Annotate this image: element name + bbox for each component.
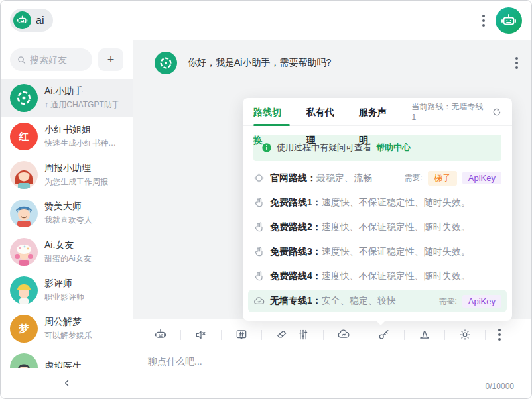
settings-sliders-icon[interactable] [296, 325, 310, 344]
route-free-3[interactable]: 免费路线3： 速度快、不保证稳定性、随时失效。 [248, 239, 507, 264]
refresh-icon[interactable] [492, 107, 501, 117]
aim-icon [253, 172, 265, 184]
hand-icon [253, 246, 265, 257]
route-free-2[interactable]: 免费路线2： 速度快、不保证稳定性、随时失效。 [248, 215, 507, 239]
route-official[interactable]: 官网路线： 最稳定、流畅 需要: 梯子 ApiKey [248, 166, 507, 190]
contact-name: 小红书姐姐 [44, 124, 123, 136]
woman-redhair-avatar [10, 161, 38, 189]
hand-icon [253, 197, 265, 208]
need-label: 需要: [438, 296, 456, 307]
openai-avatar-icon [10, 84, 38, 112]
person-yellowhat-avatar [10, 276, 38, 304]
contact-name: 影评师 [44, 278, 84, 290]
sidebar-item-praise-master[interactable]: 赞美大师 我就喜欢夸人 [1, 194, 133, 233]
magic-hat-icon[interactable] [417, 325, 432, 344]
route-label: 免费路线3： [270, 246, 322, 258]
contact-name: 赞美大师 [44, 201, 92, 213]
message-menu-button[interactable] [513, 54, 521, 72]
sidebar-item-ai-assistant[interactable]: Ai.小助手 ↑ 通用CHATGPT助手 [1, 79, 133, 117]
app-logo: ai [10, 9, 53, 32]
robot-logo-icon [13, 11, 31, 29]
help-banner: 使用过程中有疑问可查看 帮助中心 [253, 135, 501, 161]
add-friend-button[interactable]: + [98, 48, 123, 71]
route-label: 免费路线1： [270, 197, 322, 209]
char-counter: 0/10000 [486, 382, 514, 391]
popup-tabbar: 路线切换 私有代理 服务声明 当前路线：无墙专线1 [243, 98, 512, 126]
composer-toolbar [133, 319, 531, 350]
cloud-sync-icon [253, 296, 265, 307]
route-desc: 速度快、不保证稳定性、随时失效。 [322, 246, 470, 258]
sidebar-collapse-button[interactable] [1, 368, 133, 398]
route-desc: 安全、稳定、较快 [322, 295, 396, 307]
green-person-avatar [10, 353, 38, 368]
sidebar-item-weekly-report[interactable]: 周报小助理 为您生成工作周报 [1, 156, 133, 194]
contact-desc: 可以解梦娱乐 [44, 330, 92, 341]
route-desc: 速度快、不保证稳定性、随时失效。 [322, 221, 470, 233]
route-list: 官网路线： 最稳定、流畅 需要: 梯子 ApiKey 免费路线1： 速度快、不保… [243, 161, 512, 312]
search-input[interactable] [30, 54, 86, 65]
route-label: 免费路线4： [270, 270, 322, 282]
tab-service-statement[interactable]: 服务声明 [359, 98, 395, 126]
sidebar-item-virtual-doctor[interactable]: 虚拟医生 [1, 348, 133, 368]
assistant-robot-icon[interactable] [496, 7, 522, 34]
route-cloud-icon[interactable] [336, 325, 351, 344]
sidebar-item-ai-girlfriend[interactable]: Ai.女友 甜蜜的Ai女友 [1, 233, 133, 271]
assistant-message-row: 你好，我是Ai小助手，需要帮助吗? [133, 40, 531, 86]
toolbar-more-button[interactable] [498, 326, 513, 343]
eraser-icon[interactable] [275, 325, 289, 344]
route-free-1[interactable]: 免费路线1： 速度快、不保证稳定性、随时失效。 [248, 190, 507, 215]
chat-pane: 你好，我是Ai小助手，需要帮助吗? 路线切换 私有代理 服务声明 当前路线：无墙… [133, 40, 531, 398]
route-desc: 最稳定、流畅 [316, 172, 372, 184]
chat-body: 路线切换 私有代理 服务声明 当前路线：无墙专线1 [133, 86, 531, 319]
assistant-greeting-text: 你好，我是Ai小助手，需要帮助吗? [188, 57, 331, 69]
red-char-avatar: 红 [10, 123, 38, 150]
hand-icon [253, 221, 265, 233]
topic-hash-icon[interactable] [234, 325, 249, 344]
tab-private-proxy[interactable]: 私有代理 [306, 98, 342, 126]
route-label: 官网路线： [270, 172, 316, 184]
help-center-link[interactable]: 帮助中心 [376, 142, 411, 154]
contact-name: 周公解梦 [44, 316, 92, 328]
friend-search-box[interactable] [10, 48, 92, 71]
chevron-left-icon [62, 378, 72, 388]
contact-name: 周报小助理 [44, 162, 108, 174]
route-label: 无墙专线1： [270, 295, 322, 307]
tab-route-switch[interactable]: 路线切换 [253, 98, 290, 126]
contact-name: Ai.小助手 [44, 86, 120, 97]
theme-sun-icon[interactable] [458, 325, 472, 344]
header-menu-button[interactable] [480, 12, 488, 29]
top-header: ai [1, 1, 531, 40]
app-logo-text: ai [36, 15, 44, 27]
current-route-label: 当前路线：无墙专线1 [411, 101, 487, 122]
contact-desc: 我就喜欢夸人 [44, 215, 92, 226]
orange-char-avatar: 梦 [10, 315, 38, 343]
banner-text: 使用过程中有疑问可查看 [277, 142, 371, 154]
popup-arrow [375, 320, 386, 325]
girl-whitehat-avatar [10, 238, 38, 266]
route-free-4[interactable]: 免费路线4： 速度快、不保证稳定性、随时失效。 [248, 264, 507, 288]
route-desc: 速度快、不保证稳定性、随时失效。 [322, 270, 470, 282]
app-window: ai [0, 0, 532, 399]
route-desc: 速度快、不保证稳定性、随时失效。 [322, 197, 470, 209]
message-composer: 0/10000 [133, 350, 531, 398]
apikey-badge: ApiKey [462, 295, 501, 308]
sidebar-item-film-critic[interactable]: 影评师 职业影评师 [1, 271, 133, 310]
contact-list: Ai.小助手 ↑ 通用CHATGPT助手 红 小红书姐姐 快速生成小红书种草文 [1, 79, 133, 368]
voice-mute-icon[interactable] [194, 325, 208, 344]
sidebar: + Ai.小助手 ↑ 通用CHATGPT助手 [1, 40, 133, 398]
message-input[interactable] [133, 350, 531, 384]
sidebar-item-xiaohongshu[interactable]: 红 小红书姐姐 快速生成小红书种草文 [1, 117, 133, 156]
robot-mode-icon[interactable] [153, 325, 168, 344]
route-wallfree-line1[interactable]: 无墙专线1： 安全、稳定、较快 需要: ApiKey [248, 290, 507, 312]
contact-desc: 为您生成工作周报 [44, 176, 108, 188]
sidebar-item-dream-interpreter[interactable]: 梦 周公解梦 可以解梦娱乐 [1, 310, 133, 348]
contact-desc: ↑ 通用CHATGPT助手 [44, 99, 120, 111]
hand-icon [253, 270, 265, 282]
info-icon [261, 142, 272, 153]
route-switch-popup: 路线切换 私有代理 服务声明 当前路线：无墙专线1 [243, 98, 512, 321]
boy-bluecap-avatar [10, 200, 38, 227]
search-icon [17, 55, 27, 65]
contact-name: Ai.女友 [44, 239, 92, 251]
contact-desc: 职业影评师 [44, 292, 84, 303]
api-key-icon[interactable] [377, 325, 391, 344]
